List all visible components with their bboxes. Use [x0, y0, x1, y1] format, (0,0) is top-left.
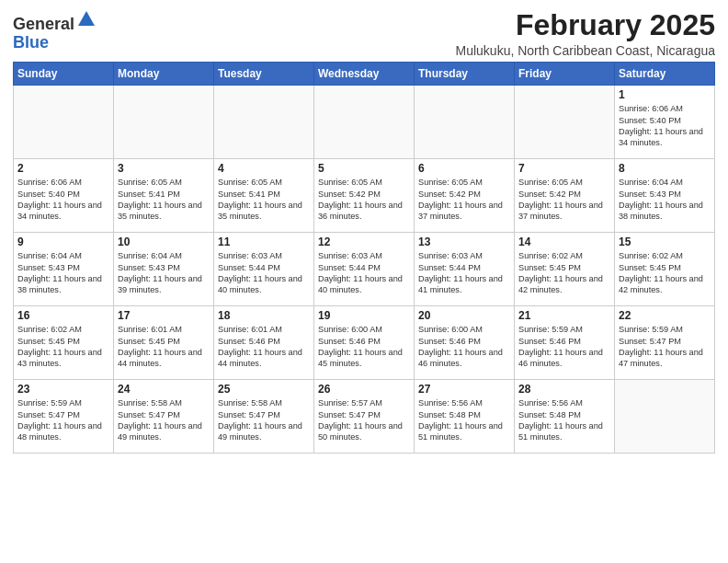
day-info: Sunrise: 5:59 AM Sunset: 5:46 PM Dayligh… [518, 324, 610, 370]
day-info: Sunrise: 6:03 AM Sunset: 5:44 PM Dayligh… [318, 250, 410, 296]
day-info: Sunrise: 6:05 AM Sunset: 5:42 PM Dayligh… [318, 177, 410, 223]
calendar-day-cell [615, 380, 715, 454]
day-of-week-header: Thursday [415, 63, 515, 86]
day-number: 7 [518, 162, 610, 175]
calendar-day-cell: 26Sunrise: 5:57 AM Sunset: 5:47 PM Dayli… [314, 380, 415, 454]
day-number: 28 [518, 383, 610, 396]
day-number: 5 [318, 162, 410, 175]
calendar-day-cell: 3Sunrise: 6:05 AM Sunset: 5:41 PM Daylig… [114, 159, 214, 233]
calendar-week-row: 2Sunrise: 6:06 AM Sunset: 5:40 PM Daylig… [14, 159, 715, 233]
day-info: Sunrise: 6:04 AM Sunset: 5:43 PM Dayligh… [619, 177, 711, 223]
day-of-week-header: Tuesday [214, 63, 314, 86]
day-info: Sunrise: 6:03 AM Sunset: 5:44 PM Dayligh… [418, 250, 510, 296]
day-number: 20 [418, 309, 510, 322]
day-number: 17 [118, 309, 210, 322]
calendar-day-cell: 1Sunrise: 6:06 AM Sunset: 5:40 PM Daylig… [615, 86, 715, 159]
day-info: Sunrise: 5:58 AM Sunset: 5:47 PM Dayligh… [118, 397, 210, 443]
day-info: Sunrise: 6:01 AM Sunset: 5:46 PM Dayligh… [218, 324, 310, 370]
subtitle: Mulukuku, North Caribbean Coast, Nicarag… [456, 43, 715, 58]
day-of-week-header: Sunday [14, 63, 114, 86]
day-info: Sunrise: 6:05 AM Sunset: 5:41 PM Dayligh… [218, 177, 310, 223]
day-info: Sunrise: 5:56 AM Sunset: 5:48 PM Dayligh… [418, 397, 510, 443]
calendar-day-cell [314, 86, 415, 159]
calendar-day-cell: 14Sunrise: 6:02 AM Sunset: 5:45 PM Dayli… [515, 233, 615, 306]
day-number: 4 [218, 162, 310, 175]
calendar-day-cell: 5Sunrise: 6:05 AM Sunset: 5:42 PM Daylig… [314, 159, 415, 233]
calendar-day-cell: 25Sunrise: 5:58 AM Sunset: 5:47 PM Dayli… [214, 380, 314, 454]
logo-icon [76, 9, 97, 29]
calendar-day-cell: 2Sunrise: 6:06 AM Sunset: 5:40 PM Daylig… [14, 159, 114, 233]
day-of-week-header: Wednesday [314, 63, 415, 86]
calendar-day-cell: 11Sunrise: 6:03 AM Sunset: 5:44 PM Dayli… [214, 233, 314, 306]
day-info: Sunrise: 5:59 AM Sunset: 5:47 PM Dayligh… [619, 324, 711, 370]
day-number: 15 [619, 236, 711, 248]
page: General Blue February 2025 Mulukuku, Nor… [0, 0, 728, 563]
main-title: February 2025 [456, 9, 715, 41]
calendar-table: SundayMondayTuesdayWednesdayThursdayFrid… [13, 62, 715, 454]
calendar-day-cell: 13Sunrise: 6:03 AM Sunset: 5:44 PM Dayli… [415, 233, 515, 306]
calendar-day-cell: 10Sunrise: 6:04 AM Sunset: 5:43 PM Dayli… [114, 233, 214, 306]
day-info: Sunrise: 6:00 AM Sunset: 5:46 PM Dayligh… [318, 324, 410, 370]
day-number: 27 [418, 383, 510, 396]
calendar-week-row: 23Sunrise: 5:59 AM Sunset: 5:47 PM Dayli… [14, 380, 715, 454]
calendar-day-cell: 6Sunrise: 6:05 AM Sunset: 5:42 PM Daylig… [415, 159, 515, 233]
day-info: Sunrise: 6:04 AM Sunset: 5:43 PM Dayligh… [118, 250, 210, 296]
day-number: 12 [318, 236, 410, 248]
day-of-week-header: Friday [515, 63, 615, 86]
day-number: 9 [17, 236, 109, 248]
calendar-day-cell: 7Sunrise: 6:05 AM Sunset: 5:42 PM Daylig… [515, 159, 615, 233]
calendar-week-row: 9Sunrise: 6:04 AM Sunset: 5:43 PM Daylig… [14, 233, 715, 306]
day-info: Sunrise: 5:57 AM Sunset: 5:47 PM Dayligh… [318, 397, 410, 443]
calendar-header-row: SundayMondayTuesdayWednesdayThursdayFrid… [14, 63, 715, 86]
calendar-day-cell: 23Sunrise: 5:59 AM Sunset: 5:47 PM Dayli… [14, 380, 114, 454]
calendar-day-cell: 18Sunrise: 6:01 AM Sunset: 5:46 PM Dayli… [214, 306, 314, 380]
day-info: Sunrise: 6:05 AM Sunset: 5:42 PM Dayligh… [518, 177, 610, 223]
calendar-day-cell [515, 86, 615, 159]
day-number: 2 [17, 162, 109, 175]
title-block: February 2025 Mulukuku, North Caribbean … [456, 9, 715, 58]
calendar-day-cell: 15Sunrise: 6:02 AM Sunset: 5:45 PM Dayli… [615, 233, 715, 306]
calendar-day-cell: 19Sunrise: 6:00 AM Sunset: 5:46 PM Dayli… [314, 306, 415, 380]
day-of-week-header: Saturday [615, 63, 715, 86]
calendar-day-cell [415, 86, 515, 159]
day-number: 8 [619, 162, 711, 175]
calendar-day-cell [14, 86, 114, 159]
calendar-week-row: 1Sunrise: 6:06 AM Sunset: 5:40 PM Daylig… [14, 86, 715, 159]
day-number: 16 [17, 309, 109, 322]
calendar-day-cell: 9Sunrise: 6:04 AM Sunset: 5:43 PM Daylig… [14, 233, 114, 306]
day-number: 19 [318, 309, 410, 322]
day-number: 23 [17, 383, 109, 396]
calendar-day-cell: 21Sunrise: 5:59 AM Sunset: 5:46 PM Dayli… [515, 306, 615, 380]
day-number: 22 [619, 309, 711, 322]
calendar-day-cell: 4Sunrise: 6:05 AM Sunset: 5:41 PM Daylig… [214, 159, 314, 233]
day-number: 18 [218, 309, 310, 322]
day-info: Sunrise: 6:05 AM Sunset: 5:42 PM Dayligh… [418, 177, 510, 223]
day-of-week-header: Monday [114, 63, 214, 86]
calendar-day-cell [214, 86, 314, 159]
calendar-day-cell: 27Sunrise: 5:56 AM Sunset: 5:48 PM Dayli… [415, 380, 515, 454]
logo-general-text: General [13, 15, 74, 33]
svg-marker-0 [78, 11, 95, 26]
calendar-day-cell [114, 86, 214, 159]
calendar-day-cell: 16Sunrise: 6:02 AM Sunset: 5:45 PM Dayli… [14, 306, 114, 380]
day-info: Sunrise: 6:02 AM Sunset: 5:45 PM Dayligh… [518, 250, 610, 296]
day-number: 25 [218, 383, 310, 396]
calendar-day-cell: 24Sunrise: 5:58 AM Sunset: 5:47 PM Dayli… [114, 380, 214, 454]
day-info: Sunrise: 6:01 AM Sunset: 5:45 PM Dayligh… [118, 324, 210, 370]
calendar-day-cell: 22Sunrise: 5:59 AM Sunset: 5:47 PM Dayli… [615, 306, 715, 380]
calendar-day-cell: 8Sunrise: 6:04 AM Sunset: 5:43 PM Daylig… [615, 159, 715, 233]
day-number: 1 [619, 88, 711, 101]
calendar-day-cell: 12Sunrise: 6:03 AM Sunset: 5:44 PM Dayli… [314, 233, 415, 306]
day-info: Sunrise: 6:06 AM Sunset: 5:40 PM Dayligh… [17, 177, 109, 223]
logo-blue-text: Blue [13, 33, 49, 52]
day-number: 24 [118, 383, 210, 396]
day-info: Sunrise: 5:59 AM Sunset: 5:47 PM Dayligh… [17, 397, 109, 443]
day-number: 26 [318, 383, 410, 396]
day-number: 6 [418, 162, 510, 175]
day-info: Sunrise: 5:56 AM Sunset: 5:48 PM Dayligh… [518, 397, 610, 443]
day-info: Sunrise: 6:02 AM Sunset: 5:45 PM Dayligh… [619, 250, 711, 296]
day-number: 21 [518, 309, 610, 322]
day-number: 14 [518, 236, 610, 248]
day-info: Sunrise: 6:02 AM Sunset: 5:45 PM Dayligh… [17, 324, 109, 370]
day-number: 11 [218, 236, 310, 248]
